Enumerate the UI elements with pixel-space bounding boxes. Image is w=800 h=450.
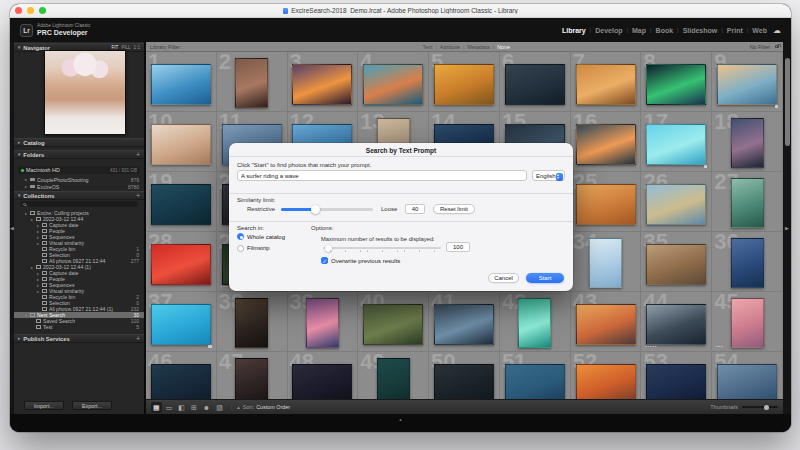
- photo-thumbnail[interactable]: [646, 304, 706, 345]
- survey-view-icon[interactable]: ⊞: [189, 402, 199, 413]
- add-folder-icon[interactable]: +: [136, 151, 140, 158]
- photo-thumbnail[interactable]: [151, 304, 211, 345]
- grid-cell-41[interactable]: 41: [429, 292, 500, 352]
- module-library[interactable]: Library: [562, 27, 586, 34]
- loupe-view-icon[interactable]: ▭: [164, 402, 175, 413]
- photo-thumbnail[interactable]: [576, 124, 636, 165]
- grid-cell-54[interactable]: 54: [712, 352, 783, 399]
- photo-thumbnail[interactable]: [576, 184, 636, 225]
- navigator-zoom-1:1[interactable]: 1:1: [134, 45, 140, 50]
- grid-cell-27[interactable]: 27: [712, 172, 783, 232]
- painter-icon[interactable]: ▨: [214, 402, 225, 413]
- grid-cell-40[interactable]: 40: [358, 292, 429, 352]
- photo-thumbnail[interactable]: [434, 64, 494, 105]
- photo-thumbnail[interactable]: [731, 238, 764, 288]
- radio-option[interactable]: Filmstrip: [237, 245, 285, 252]
- photo-thumbnail[interactable]: [589, 238, 622, 288]
- photo-thumbnail[interactable]: [151, 364, 211, 400]
- grid-cell-1[interactable]: 1: [146, 52, 217, 112]
- photo-thumbnail[interactable]: [505, 64, 565, 105]
- grid-cell-25[interactable]: 25: [571, 172, 642, 232]
- photo-thumbnail[interactable]: [646, 184, 706, 225]
- grid-cell-53[interactable]: 53: [641, 352, 712, 399]
- photo-thumbnail[interactable]: [306, 298, 339, 348]
- filter-option-text[interactable]: Text: [423, 44, 433, 50]
- grid-cell-49[interactable]: 49: [358, 352, 429, 399]
- grid-cell-50[interactable]: 50: [429, 352, 500, 399]
- catalog-header[interactable]: ▸ Catalog: [14, 138, 144, 147]
- grid-cell-46[interactable]: 46: [146, 352, 217, 399]
- disclosure-triangle-icon[interactable]: ▸: [36, 271, 40, 276]
- grid-cell-19[interactable]: 19: [146, 172, 217, 232]
- filmstrip-collapsed[interactable]: ▴: [10, 414, 791, 432]
- photo-thumbnail[interactable]: [235, 358, 268, 399]
- disclosure-triangle-icon[interactable]: ▸: [30, 265, 34, 270]
- photo-thumbnail[interactable]: [151, 124, 211, 165]
- overwrite-checkbox-row[interactable]: ✓ Overwrite previous results: [321, 257, 400, 264]
- grid-cell-45[interactable]: 45•••: [712, 292, 783, 352]
- minimize-window-button[interactable]: [27, 7, 34, 14]
- grid-cell-4[interactable]: 4: [358, 52, 429, 112]
- radio-option[interactable]: Whole catalog: [237, 233, 285, 240]
- grid-cell-16[interactable]: 16: [571, 112, 642, 172]
- people-view-icon[interactable]: ☻: [201, 402, 212, 413]
- cloud-sync-icon[interactable]: ☁: [773, 26, 781, 35]
- radio-button[interactable]: [237, 233, 244, 240]
- add-collection-icon[interactable]: +: [136, 192, 140, 199]
- collections-header[interactable]: ▾ Collections +: [14, 191, 144, 200]
- max-results-slider-knob[interactable]: [325, 245, 332, 252]
- disclosure-triangle-icon[interactable]: ▸: [36, 241, 40, 246]
- grid-cell-3[interactable]: 3: [288, 52, 359, 112]
- sort-order-select[interactable]: Custom Order: [256, 404, 290, 410]
- start-button[interactable]: Start: [526, 273, 564, 283]
- photo-thumbnail[interactable]: [646, 244, 706, 285]
- photo-thumbnail[interactable]: [731, 298, 764, 348]
- grid-cell-18[interactable]: 18: [712, 112, 783, 172]
- photo-thumbnail[interactable]: [235, 58, 268, 108]
- photo-thumbnail[interactable]: [731, 178, 764, 228]
- photo-thumbnail[interactable]: [151, 244, 211, 285]
- overwrite-checkbox[interactable]: ✓: [321, 257, 328, 264]
- module-web[interactable]: Web: [752, 27, 767, 34]
- grid-cell-42[interactable]: 42: [500, 292, 571, 352]
- select-stepper-icon[interactable]: [556, 173, 563, 181]
- disclosure-triangle-icon[interactable]: ▸: [36, 235, 40, 240]
- zoom-window-button[interactable]: [39, 7, 46, 14]
- thumbnail-size-slider[interactable]: [742, 406, 778, 408]
- add-publish-service-icon[interactable]: +: [136, 335, 140, 342]
- filter-option-metadata[interactable]: Metadata: [467, 44, 489, 50]
- disclosure-triangle-icon[interactable]: ▾: [24, 313, 28, 318]
- thumbnail-slider-knob[interactable]: [764, 405, 769, 410]
- cancel-button[interactable]: Cancel: [488, 273, 519, 283]
- disclosure-triangle-icon[interactable]: ▸: [36, 289, 40, 294]
- grid-cell-34[interactable]: 34: [571, 232, 642, 292]
- grid-cell-48[interactable]: 48: [288, 352, 359, 399]
- grid-cell-39[interactable]: 39: [288, 292, 359, 352]
- right-panel-collapse-arrow[interactable]: ▶: [783, 42, 791, 414]
- disclosure-triangle-icon[interactable]: ▸: [36, 283, 40, 288]
- grid-cell-2[interactable]: 2: [217, 52, 288, 112]
- disclosure-triangle-icon[interactable]: ▸: [36, 277, 40, 282]
- disclosure-triangle-icon[interactable]: ▸: [30, 217, 34, 222]
- max-results-slider[interactable]: [323, 247, 441, 249]
- photo-thumbnail[interactable]: [717, 64, 777, 105]
- grid-cell-5[interactable]: 5: [429, 52, 500, 112]
- export-button[interactable]: Export...: [72, 401, 112, 410]
- compare-view-icon[interactable]: ◧: [176, 402, 187, 413]
- folders-header[interactable]: ▾ Folders +: [14, 150, 144, 159]
- prompt-input[interactable]: [237, 170, 527, 181]
- import-button[interactable]: Import...: [24, 401, 64, 410]
- photo-thumbnail[interactable]: [646, 64, 706, 105]
- grid-cell-26[interactable]: 26: [641, 172, 712, 232]
- grid-cell-47[interactable]: 47: [217, 352, 288, 399]
- photo-thumbnail[interactable]: [434, 304, 494, 345]
- folder-item[interactable]: ▸CouplePhotoShooting879: [14, 176, 144, 183]
- filter-preset-label[interactable]: No Filter: [750, 44, 770, 50]
- photo-thumbnail[interactable]: [235, 298, 268, 348]
- photo-thumbnail[interactable]: [505, 364, 565, 400]
- grid-view-icon[interactable]: ▦: [151, 402, 162, 413]
- filter-option-attribute[interactable]: Attribute: [440, 44, 460, 50]
- language-select[interactable]: English: [532, 170, 565, 181]
- collections-filter-input[interactable]: [20, 201, 138, 207]
- grid-cell-17[interactable]: 17: [641, 112, 712, 172]
